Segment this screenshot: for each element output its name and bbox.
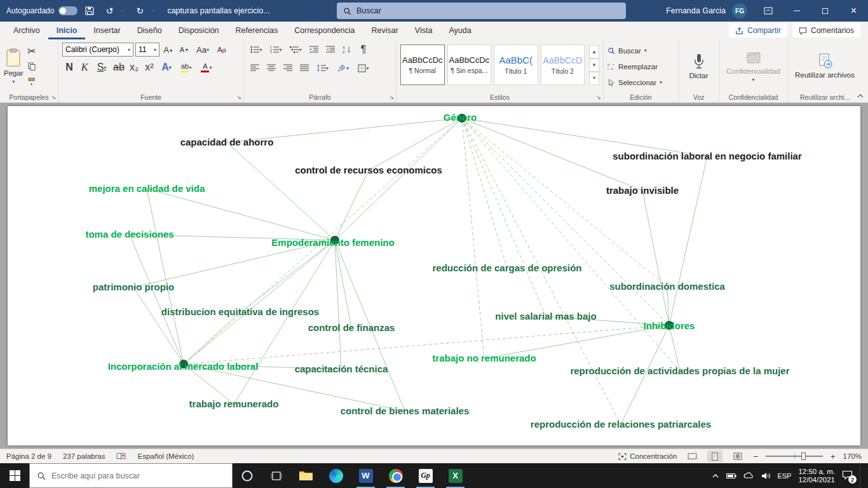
task-view-button[interactable] (262, 463, 291, 488)
subscript-button[interactable]: x₂ (127, 60, 141, 74)
diagram-edge[interactable] (462, 118, 546, 316)
diagram-edge[interactable] (669, 325, 680, 371)
diagram-edge[interactable] (335, 240, 341, 369)
edge-browser-icon[interactable] (321, 463, 351, 488)
diagram-label[interactable]: control de bienes materiales (341, 405, 470, 416)
collapse-ribbon-button[interactable] (857, 90, 864, 101)
diagram-edge[interactable] (462, 118, 669, 325)
align-right-button[interactable] (281, 61, 295, 75)
diagram-label[interactable]: trabajo no remunerado (432, 353, 536, 363)
select-button[interactable]: Seleccionar▾ (607, 74, 674, 90)
diagram-node-label[interactable]: Empoderamiento femenino (271, 237, 394, 248)
diagram-label[interactable]: reducción de cargas de opresión (432, 262, 581, 273)
show-paragraph-marks-button[interactable]: ¶ (356, 43, 370, 57)
diagram-node-label[interactable]: Incorporación al mercado laboral (108, 361, 259, 372)
font-dialog-launcher[interactable]: ↘ (236, 94, 241, 100)
undo-button[interactable]: ↺ (102, 3, 117, 18)
shading-button[interactable]: ▾ (334, 61, 352, 75)
bold-button[interactable]: N (62, 60, 76, 74)
share-button[interactable]: Compartir (729, 24, 787, 37)
confidentiality-button[interactable]: Confidencialidad ▾ (723, 43, 783, 90)
close-button[interactable]: × (839, 0, 868, 22)
font-name-combo[interactable]: Calibri (Cuerpo) ▾ (62, 43, 133, 57)
diagram-edge[interactable] (369, 118, 462, 170)
diagram-label[interactable]: control de recursos economicos (295, 165, 442, 175)
styles-gallery-more-button[interactable]: ▾ (589, 72, 599, 85)
diagram-edge[interactable] (184, 325, 669, 364)
style-heading2[interactable]: AaBbCcD Título 2 (541, 44, 585, 85)
taskbar-clock[interactable]: 12:50 a. m. 12/04/2021 (798, 468, 835, 484)
diagram-label[interactable]: capacidad de ahorro (180, 137, 274, 147)
ribbon-display-options-button[interactable] (754, 0, 782, 22)
minimize-button[interactable] (782, 0, 811, 22)
diagram-edge[interactable] (335, 170, 369, 240)
redo-button[interactable]: ↻ (132, 3, 147, 18)
decrease-indent-button[interactable] (307, 43, 321, 57)
paste-button[interactable]: Pegar ▾ (4, 43, 24, 90)
bullets-button[interactable]: ▾ (248, 43, 265, 57)
diagram-edge[interactable] (184, 312, 240, 364)
reuse-files-button[interactable]: Reutilizar archivos (792, 43, 858, 90)
diagram-node-label[interactable]: Género (444, 112, 477, 123)
tray-expand-button[interactable] (712, 473, 719, 478)
diagram-label[interactable]: trabajo remunerado (189, 398, 279, 409)
diagram-label[interactable]: nivel salarial mas bajo (495, 311, 596, 322)
align-left-button[interactable] (248, 61, 262, 75)
format-painter-button[interactable] (25, 74, 39, 88)
line-spacing-button[interactable]: ▾ (314, 61, 332, 75)
strikethrough-button[interactable]: ab (112, 60, 126, 74)
diagram-label[interactable]: control de finanzas (308, 322, 395, 333)
tab-referencias[interactable]: Referencias (227, 22, 287, 39)
tab-disposicion[interactable]: Disposición (170, 22, 227, 39)
diagram-label[interactable]: distribucion equitativa de ingresos (161, 306, 319, 317)
page-indicator[interactable]: Página 2 de 9 (6, 452, 51, 460)
autosave-toggle[interactable] (58, 6, 78, 15)
proofing-status-icon[interactable] (116, 452, 126, 460)
onedrive-cloud-icon[interactable] (743, 472, 754, 479)
undo-dropdown[interactable]: ▾ (121, 8, 128, 14)
highlight-button[interactable]: ab▾ (177, 60, 196, 74)
diagram-node-label[interactable]: Inhibidores (644, 320, 695, 331)
diagram-edge[interactable] (130, 234, 184, 364)
action-center-button[interactable]: 2 (842, 470, 853, 481)
styles-gallery-up-button[interactable]: ▲ (589, 45, 599, 58)
zoom-in-button[interactable]: + (831, 452, 836, 461)
zoom-out-button[interactable]: − (753, 452, 758, 461)
zoom-level[interactable]: 170% (843, 452, 862, 460)
clear-formatting-button[interactable]: A (214, 43, 228, 57)
cortana-button[interactable] (233, 463, 262, 488)
battery-icon[interactable] (726, 473, 736, 479)
keyboard-language[interactable]: ESP (777, 472, 791, 480)
diagram-label[interactable]: patrimonio propio (93, 281, 174, 292)
diagram-edge[interactable] (335, 118, 462, 240)
shrink-font-button[interactable]: A▼ (177, 43, 191, 57)
read-mode-button[interactable] (684, 451, 700, 462)
diagram-edge[interactable] (642, 191, 669, 325)
numbering-button[interactable]: 123▾ (268, 43, 285, 57)
show-desktop-button[interactable] (860, 463, 863, 488)
diagram-label[interactable]: capacitación técnica (295, 363, 388, 374)
diagram-edge[interactable] (335, 240, 351, 328)
search-bar[interactable]: Buscar (337, 3, 626, 19)
copy-button[interactable] (25, 59, 39, 73)
diagram-edge[interactable] (184, 240, 335, 364)
increase-indent-button[interactable] (323, 43, 337, 57)
ganttproject-app-icon[interactable]: Gp (410, 463, 440, 488)
diagram-edge[interactable] (133, 287, 184, 364)
cut-button[interactable]: ✂ (25, 44, 39, 58)
change-case-button[interactable]: Aa▾ (193, 43, 212, 57)
paragraph-dialog-launcher[interactable]: ↘ (389, 94, 394, 100)
volume-icon[interactable] (761, 472, 770, 480)
qat-customize-button[interactable]: ▾ (152, 8, 158, 14)
file-explorer-icon[interactable] (291, 463, 321, 488)
focus-mode-button[interactable]: Concentración (618, 452, 677, 460)
underline-button[interactable]: S▾ (93, 60, 111, 74)
diagram-label[interactable]: subordinación laboral en negocio familia… (613, 151, 802, 161)
diagram-label[interactable]: reproducción de relaciones patriarcales (531, 419, 711, 430)
justify-button[interactable] (297, 61, 311, 75)
font-color-button[interactable]: A▾ (197, 60, 216, 74)
font-size-combo[interactable]: 11 ▾ (135, 43, 159, 57)
superscript-button[interactable]: x² (142, 60, 156, 74)
diagram-label[interactable]: subordinación domestica (609, 281, 725, 292)
comments-button[interactable]: Comentarios (792, 24, 860, 37)
